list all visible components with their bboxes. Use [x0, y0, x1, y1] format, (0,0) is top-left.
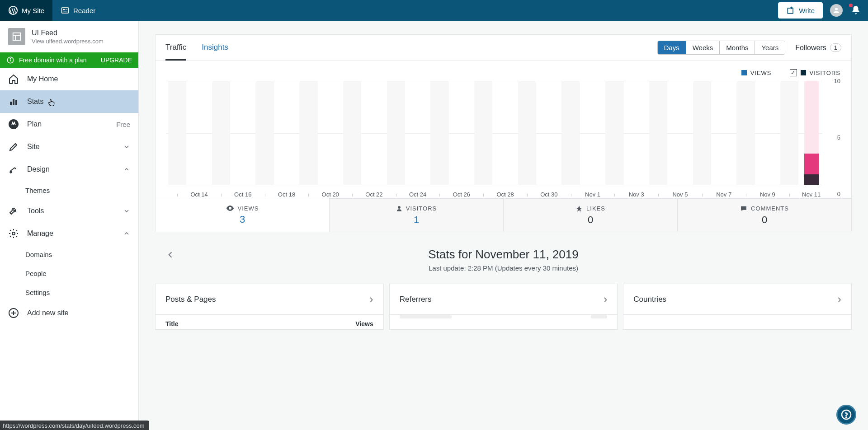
bar-slot[interactable]: [778, 81, 800, 185]
nav-themes[interactable]: Themes: [0, 181, 138, 200]
help-button[interactable]: [836, 405, 856, 425]
bar-slot[interactable]: [472, 81, 494, 185]
chevron-down-icon: [123, 207, 130, 215]
upgrade-button[interactable]: UPGRADE: [101, 56, 132, 64]
nav-plan[interactable]: Plan Free: [0, 113, 138, 136]
stats-card: Traffic Insights Days Weeks Months Years…: [155, 34, 852, 232]
visitors-swatch: [801, 70, 806, 75]
followers-label: Followers: [795, 44, 826, 52]
followers[interactable]: Followers 1: [795, 43, 841, 52]
card-countries: Countries ›: [623, 284, 852, 330]
bar-slot[interactable]: [538, 81, 560, 185]
upgrade-banner[interactable]: Free domain with a plan UPGRADE: [0, 52, 138, 68]
bar-slot[interactable]: [407, 81, 429, 185]
nav-settings[interactable]: Settings: [0, 283, 138, 302]
nav-tools[interactable]: Tools: [0, 200, 138, 222]
summary-likes-value: 0: [588, 214, 593, 226]
chevron-right-icon: ›: [369, 292, 373, 306]
summary-visitors[interactable]: VISITORS 1: [330, 198, 504, 232]
pencil-icon: [8, 141, 19, 152]
tab-traffic[interactable]: Traffic: [165, 35, 186, 61]
bar-slot[interactable]: [385, 81, 407, 185]
period-selector: Days Weeks Months Years: [657, 41, 786, 55]
nav-add-site[interactable]: Add new site: [0, 302, 138, 324]
bar-slot[interactable]: [691, 81, 713, 185]
bar-slot[interactable]: [210, 81, 232, 185]
topbar: My Site Reader Write: [0, 0, 868, 21]
bar-slot[interactable]: [276, 81, 297, 185]
summary-views[interactable]: VIEWS 3: [156, 198, 330, 232]
stats-header: Traffic Insights Days Weeks Months Years…: [156, 35, 851, 61]
nav-label: Plan: [27, 120, 42, 128]
bar-slot[interactable]: [735, 81, 756, 185]
card-referrers-header[interactable]: Referrers ›: [390, 284, 618, 315]
bar-slot[interactable]: [626, 81, 647, 185]
bar-slot[interactable]: [800, 81, 822, 185]
bar-slot[interactable]: [757, 81, 778, 185]
nav-manage[interactable]: Manage: [0, 222, 138, 245]
bar-slot[interactable]: [560, 81, 581, 185]
nav-stats[interactable]: Stats: [0, 90, 138, 113]
site-info: UI Feed View uifeed.wordpress.com: [32, 29, 104, 45]
avatar[interactable]: [830, 4, 843, 17]
bar-slot[interactable]: [320, 81, 341, 185]
period-days[interactable]: Days: [658, 41, 686, 54]
home-icon: [8, 74, 19, 84]
bar-slot[interactable]: [647, 81, 669, 185]
bar-slot[interactable]: [363, 81, 385, 185]
bar-slot[interactable]: [669, 81, 691, 185]
nav-site[interactable]: Site: [0, 136, 138, 158]
write-button[interactable]: Write: [778, 2, 823, 19]
notifications-icon[interactable]: [850, 5, 862, 16]
topbar-mysite[interactable]: My Site: [0, 0, 52, 21]
topbar-reader[interactable]: Reader: [52, 0, 104, 21]
wordpress-icon: [8, 5, 18, 15]
bar-slot[interactable]: [254, 81, 275, 185]
nav-people[interactable]: People: [0, 264, 138, 283]
bar-slot[interactable]: [188, 81, 210, 185]
gear-icon: [8, 228, 19, 239]
bar-slot[interactable]: [582, 81, 604, 185]
summary-comments[interactable]: COMMENTS 0: [678, 198, 851, 232]
period-weeks[interactable]: Weeks: [686, 41, 720, 54]
bar-slot[interactable]: [297, 81, 319, 185]
comment-icon: [740, 205, 747, 212]
cursor-icon: [47, 98, 55, 107]
nav-domains[interactable]: Domains: [0, 245, 138, 264]
card-posts-header[interactable]: Posts & Pages ›: [156, 284, 383, 315]
bar-slot[interactable]: [516, 81, 538, 185]
summary-likes[interactable]: LIKES 0: [504, 198, 678, 232]
card-countries-header[interactable]: Countries ›: [623, 284, 851, 315]
period-years[interactable]: Years: [755, 41, 785, 54]
bar-slot[interactable]: [429, 81, 450, 185]
period-months[interactable]: Months: [720, 41, 755, 54]
nav-design[interactable]: Design: [0, 158, 138, 181]
bar-chart[interactable]: 10 5 0: [166, 81, 840, 194]
y-label-mid: 5: [837, 134, 840, 141]
info-icon: [6, 56, 14, 64]
topbar-right: Write: [778, 0, 868, 21]
bar-slot[interactable]: [494, 81, 516, 185]
bar-slot[interactable]: [341, 81, 363, 185]
svg-point-12: [10, 58, 11, 59]
bar-slot[interactable]: [713, 81, 735, 185]
legend-views[interactable]: VIEWS: [741, 70, 772, 76]
site-card[interactable]: UI Feed View uifeed.wordpress.com: [0, 21, 138, 52]
notification-dot: [849, 4, 853, 7]
bar-slot[interactable]: [232, 81, 254, 185]
bar-slot[interactable]: [604, 81, 625, 185]
tab-insights[interactable]: Insights: [202, 35, 228, 61]
svg-point-21: [398, 206, 401, 209]
bar-slot[interactable]: [451, 81, 472, 185]
bar-slot[interactable]: [166, 81, 188, 185]
visitors-checkbox[interactable]: ✓: [790, 69, 797, 76]
chevron-right-icon: ›: [604, 292, 608, 306]
nav-label: Add new site: [27, 309, 69, 317]
legend-visitors[interactable]: ✓ VISITORS: [790, 69, 840, 76]
prev-day-button[interactable]: [166, 250, 175, 259]
nav-my-home[interactable]: My Home: [0, 68, 138, 90]
plus-circle-icon: [8, 308, 19, 318]
topbar-mysite-label: My Site: [22, 7, 44, 14]
write-label: Write: [799, 7, 815, 14]
upgrade-text: Free domain with a plan: [19, 56, 86, 64]
